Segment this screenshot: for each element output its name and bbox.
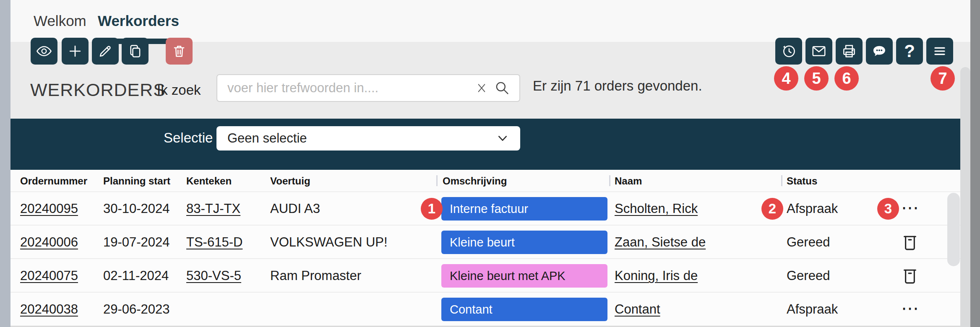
tab-werkorders[interactable]: Werkorders	[98, 0, 179, 42]
left-edge-strip	[0, 0, 10, 327]
pencil-icon	[97, 43, 113, 59]
column-separator	[436, 175, 438, 186]
table-scrollbar-thumb[interactable]	[947, 193, 960, 266]
description-chip[interactable]: Kleine beurt	[441, 231, 607, 254]
column-separator	[609, 175, 610, 186]
question-icon: ?	[904, 41, 915, 61]
print-button[interactable]	[836, 38, 863, 65]
printer-icon	[841, 43, 857, 59]
status-cell: Afspraak	[787, 192, 838, 226]
status-cell: Afspraak	[787, 293, 838, 326]
license-plate-link[interactable]: 83-TJ-TX	[186, 192, 240, 226]
trash-icon	[171, 43, 187, 59]
status-cell: Gereed	[787, 226, 830, 259]
customer-name-link[interactable]: Contant	[615, 293, 660, 326]
row-menu-icon[interactable]: ⋯	[898, 293, 923, 326]
column-header-ordernummer[interactable]: Ordernummer	[20, 170, 87, 192]
chevron-down-icon	[496, 132, 509, 145]
status-cell: Gereed	[787, 259, 830, 293]
planning-start-cell: 02-11-2024	[103, 259, 169, 293]
right-edge-strip	[970, 0, 980, 327]
page-title: WERKORDERS	[30, 80, 166, 100]
history-icon	[781, 43, 797, 59]
view-button[interactable]	[31, 38, 57, 65]
search-label: Ik zoek	[157, 82, 201, 98]
help-button[interactable]: ?	[896, 38, 923, 65]
tab-welkom[interactable]: Welkom	[34, 0, 86, 42]
page-scrollbar[interactable]	[960, 67, 970, 327]
description-chip[interactable]: Interne factuur	[441, 197, 607, 221]
customer-name-link[interactable]: Zaan, Sietse de	[615, 226, 706, 259]
customer-name-link[interactable]: Scholten, Rick	[615, 192, 698, 226]
add-button[interactable]	[62, 38, 89, 65]
selection-dropdown[interactable]: Geen selectie	[216, 126, 520, 151]
table-row[interactable]: 20240075 02-11-2024 530-VS-5 Ram Promast…	[10, 259, 970, 293]
description-chip[interactable]: Contant	[441, 298, 607, 321]
duplicate-button[interactable]	[122, 38, 149, 65]
selection-label: Selectie	[164, 130, 213, 146]
werkorders-screen: Welkom Werkorders	[0, 0, 980, 327]
column-header-kenteken[interactable]: Kenteken	[186, 170, 232, 192]
search-box	[216, 74, 520, 102]
vehicle-cell: VOLKSWAGEN UP!	[270, 226, 388, 259]
order-number-link[interactable]: 20240006	[20, 226, 78, 259]
eye-icon	[36, 43, 52, 59]
callout-badge-2: 2	[761, 198, 783, 220]
clear-search-icon[interactable]	[475, 81, 488, 95]
column-header-voertuig[interactable]: Voertuig	[270, 170, 310, 192]
license-plate-link[interactable]: 530-VS-5	[186, 259, 241, 293]
column-header-planning-start[interactable]: Planning start	[103, 170, 170, 192]
envelope-icon	[811, 43, 827, 59]
vehicle-cell: Ram Promaster	[270, 259, 361, 293]
plus-icon	[67, 43, 83, 59]
menu-button[interactable]	[926, 38, 953, 65]
archive-icon[interactable]	[900, 233, 920, 252]
order-number-link[interactable]: 20240038	[20, 293, 78, 326]
description-chip[interactable]: Kleine beurt met APK	[441, 264, 607, 288]
vehicle-cell: AUDI A3	[270, 192, 320, 226]
planning-start-cell: 30-10-2024	[103, 192, 170, 226]
results-count-text: Er zijn 71 orders gevonden.	[533, 78, 702, 94]
column-header-status[interactable]: Status	[787, 170, 817, 192]
search-input[interactable]	[217, 75, 479, 101]
callout-badge-5: 5	[804, 66, 829, 91]
chat-bubble-icon	[871, 43, 887, 59]
table-row[interactable]: 20240095 30-10-2024 83-TJ-TX AUDI A3 Int…	[10, 192, 970, 226]
callout-badge-6: 6	[834, 66, 859, 91]
callout-badge-7: 7	[930, 66, 955, 91]
table-row[interactable]: 20240006 19-07-2024 TS-615-D VOLKSWAGEN …	[10, 226, 970, 259]
edit-button[interactable]	[92, 38, 119, 65]
callout-badge-3: 3	[877, 198, 899, 220]
selection-value: Geen selectie	[227, 126, 307, 151]
archive-icon[interactable]	[900, 266, 920, 285]
column-header-naam[interactable]: Naam	[615, 170, 642, 192]
copy-icon	[127, 43, 143, 59]
customer-name-link[interactable]: Koning, Iris de	[615, 259, 698, 293]
delete-button[interactable]	[166, 38, 193, 65]
chat-button[interactable]	[866, 38, 893, 65]
planning-start-cell: 19-07-2024	[103, 226, 170, 259]
row-menu-icon[interactable]: ⋯	[898, 192, 923, 226]
table-row[interactable]: 20240038 29-06-2023 Contant Contant Afsp…	[10, 293, 970, 326]
column-separator	[781, 175, 782, 186]
email-button[interactable]	[805, 38, 832, 65]
order-number-link[interactable]: 20240075	[20, 259, 78, 293]
hamburger-icon	[932, 43, 948, 59]
planning-start-cell: 29-06-2023	[103, 293, 170, 326]
callout-badge-1: 1	[421, 198, 443, 220]
license-plate-link[interactable]: TS-615-D	[186, 226, 242, 259]
search-icon[interactable]	[494, 80, 510, 96]
column-header-omschrijving[interactable]: Omschrijving	[443, 170, 507, 192]
callout-badge-4: 4	[774, 66, 798, 91]
order-number-link[interactable]: 20240095	[20, 192, 78, 226]
history-button[interactable]	[775, 38, 802, 65]
